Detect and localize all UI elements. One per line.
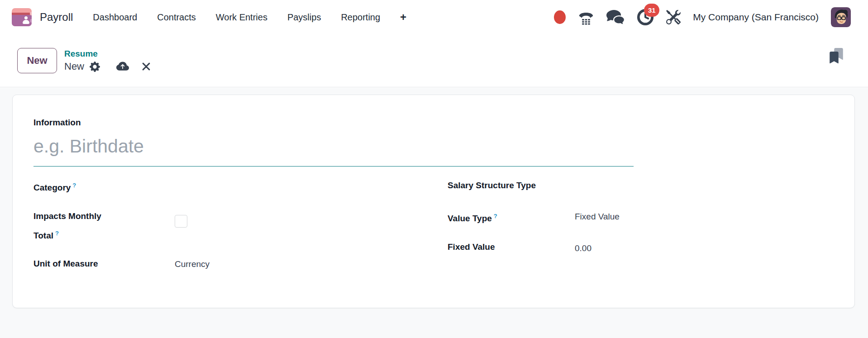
name-input[interactable] (33, 130, 634, 167)
save-cloud-icon[interactable] (116, 60, 129, 73)
user-avatar[interactable] (831, 7, 851, 27)
phone-icon[interactable] (578, 9, 594, 25)
menu-dashboard[interactable]: Dashboard (93, 12, 137, 23)
main-menu: Dashboard Contracts Work Entries Payslip… (93, 11, 406, 24)
fixed-value-value[interactable]: 0.00 (575, 240, 591, 257)
record-indicator-icon[interactable] (554, 10, 566, 24)
menu-payslips[interactable]: Payslips (287, 12, 321, 23)
fixed-value-label: Fixed Value (448, 238, 574, 256)
bookmark-icon[interactable] (828, 47, 846, 69)
information-label: Information (33, 118, 81, 128)
menu-contracts[interactable]: Contracts (157, 12, 196, 23)
form-view: Information Category? Impacts Monthly To… (0, 88, 868, 338)
new-button[interactable]: New (17, 48, 57, 73)
salary-structure-type-label: Salary Structure Type (448, 177, 574, 194)
plus-icon[interactable]: + (400, 11, 406, 24)
activities-clock-icon[interactable]: 31 (637, 9, 654, 26)
tools-icon[interactable] (666, 10, 681, 24)
unit-of-measure-value[interactable]: Currency (175, 256, 210, 273)
gear-icon[interactable] (90, 62, 100, 72)
category-help-icon: ? (72, 182, 76, 189)
impacts-help-icon: ? (55, 230, 59, 237)
top-navbar: Payroll Dashboard Contracts Work Entries… (0, 0, 868, 34)
form-sheet: Information Category? Impacts Monthly To… (12, 95, 855, 308)
app-title[interactable]: Payroll (40, 11, 73, 24)
breadcrumb-current: New (64, 60, 84, 73)
discard-x-icon[interactable] (142, 62, 151, 71)
value-type-help-icon: ? (494, 213, 497, 219)
control-panel: New Resume New (0, 34, 868, 87)
category-label: Category? (33, 177, 129, 196)
activity-count-badge: 31 (644, 4, 659, 17)
unit-of-measure-label: Unit of Measure (33, 255, 129, 272)
impacts-monthly-total-label: Impacts Monthly Total? (33, 208, 129, 244)
messages-icon[interactable] (606, 9, 625, 25)
impacts-monthly-total-checkbox[interactable] (175, 215, 187, 228)
breadcrumb: Resume New (64, 48, 151, 73)
value-type-value[interactable]: Fixed Value (575, 208, 620, 225)
breadcrumb-parent-link[interactable]: Resume (64, 48, 151, 59)
menu-reporting[interactable]: Reporting (341, 12, 380, 23)
company-switcher[interactable]: My Company (San Francisco) (693, 12, 819, 23)
menu-work-entries[interactable]: Work Entries (216, 12, 267, 23)
payroll-app-icon[interactable] (12, 8, 32, 26)
systray: 31 My Company (San Francisco) (554, 7, 851, 27)
value-type-label: Value Type? (448, 208, 574, 227)
